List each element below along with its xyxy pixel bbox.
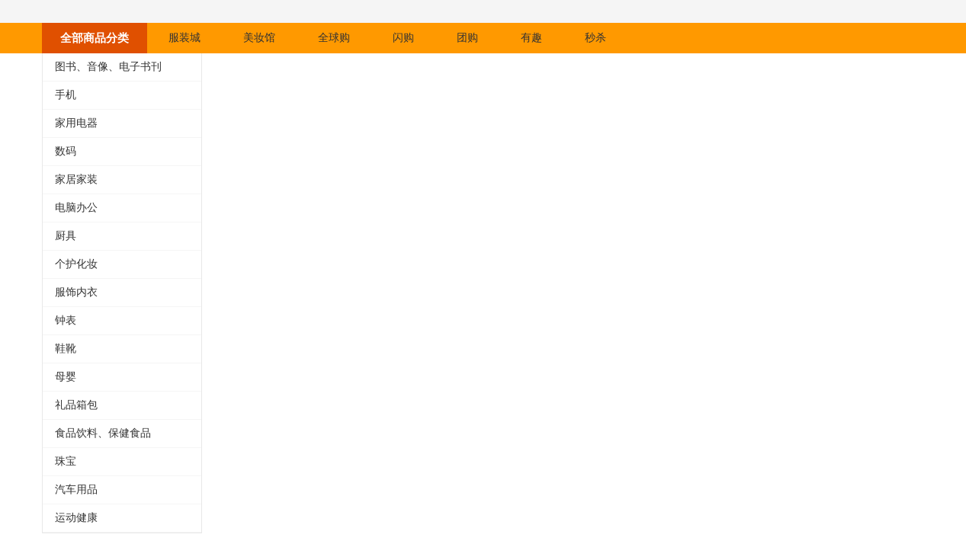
nav-items: 服装城美妆馆全球购闪购团购有趣秒杀 <box>147 23 627 53</box>
sidebar-item-7[interactable]: 个护化妆 <box>43 251 201 279</box>
sidebar-item-16[interactable]: 运动健康 <box>43 504 201 533</box>
sidebar-item-0[interactable]: 图书、音像、电子书刊 <box>43 53 201 82</box>
nav-bar: 全部商品分类 服装城美妆馆全球购闪购团购有趣秒杀 <box>0 23 966 53</box>
nav-item-4[interactable]: 团购 <box>435 23 499 53</box>
sidebar-item-13[interactable]: 食品饮料、保健食品 <box>43 420 201 448</box>
sidebar-item-4[interactable]: 家居家装 <box>43 166 201 194</box>
sidebar-item-11[interactable]: 母婴 <box>43 363 201 392</box>
main-content: 图书、音像、电子书刊手机家用电器数码家居家装电脑办公厨具个护化妆服饰内衣钟表鞋靴… <box>0 53 966 533</box>
sidebar-item-12[interactable]: 礼品箱包 <box>43 392 201 420</box>
sidebar-item-8[interactable]: 服饰内衣 <box>43 279 201 307</box>
nav-item-5[interactable]: 有趣 <box>499 23 563 53</box>
sidebar-item-6[interactable]: 厨具 <box>43 222 201 251</box>
nav-item-0[interactable]: 服装城 <box>147 23 222 53</box>
nav-item-6[interactable]: 秒杀 <box>563 23 627 53</box>
sidebar-item-14[interactable]: 珠宝 <box>43 448 201 476</box>
sidebar: 图书、音像、电子书刊手机家用电器数码家居家装电脑办公厨具个护化妆服饰内衣钟表鞋靴… <box>42 53 202 533</box>
nav-item-2[interactable]: 全球购 <box>297 23 371 53</box>
sidebar-item-5[interactable]: 电脑办公 <box>43 194 201 222</box>
sidebar-item-2[interactable]: 家用电器 <box>43 110 201 138</box>
sidebar-item-9[interactable]: 钟表 <box>43 307 201 335</box>
top-bar <box>0 0 966 23</box>
sidebar-item-3[interactable]: 数码 <box>43 138 201 166</box>
nav-item-1[interactable]: 美妆馆 <box>222 23 297 53</box>
sidebar-item-15[interactable]: 汽车用品 <box>43 476 201 504</box>
all-categories-label: 全部商品分类 <box>60 31 129 46</box>
sidebar-item-1[interactable]: 手机 <box>43 82 201 110</box>
sidebar-item-10[interactable]: 鞋靴 <box>43 335 201 363</box>
all-categories-button[interactable]: 全部商品分类 <box>42 23 147 53</box>
nav-item-3[interactable]: 闪购 <box>371 23 435 53</box>
